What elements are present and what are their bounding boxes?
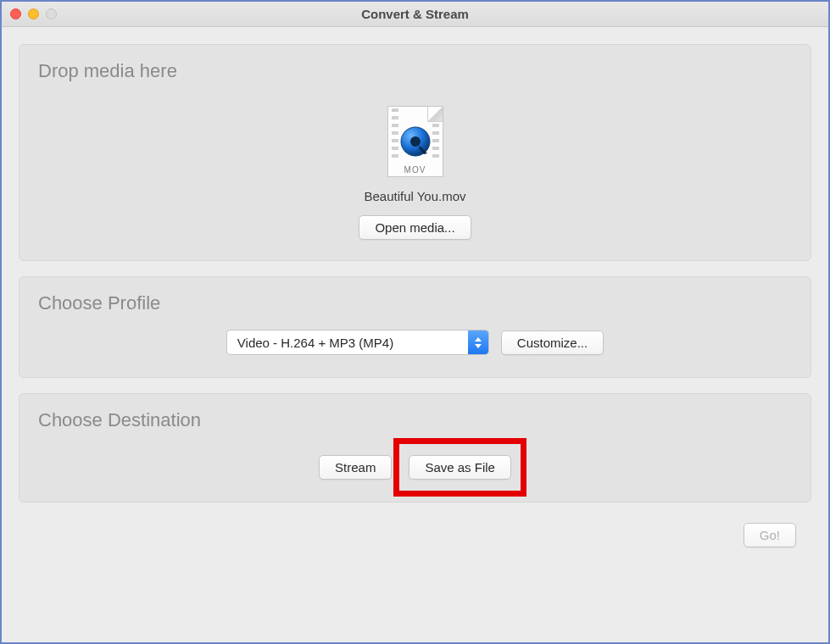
window-controls (10, 8, 57, 19)
profile-selected-value: Video - H.264 + MP3 (MP4) (237, 336, 393, 350)
choose-profile-heading: Choose Profile (38, 292, 792, 314)
window-title: Convert & Stream (2, 7, 828, 21)
open-media-button[interactable]: Open media... (359, 215, 471, 240)
drop-media-heading: Drop media here (38, 60, 792, 82)
quicktime-file-icon: MOV (387, 106, 443, 177)
content-area: Drop media here (2, 27, 828, 556)
go-button: Go! (744, 523, 796, 547)
choose-destination-panel: Choose Destination Stream Save as File (19, 393, 811, 502)
drop-area[interactable]: MOV Beautiful You.mov Open media... (38, 91, 792, 245)
stream-button[interactable]: Stream (319, 455, 392, 480)
svg-point-1 (410, 136, 421, 147)
file-format-label: MOV (388, 165, 443, 175)
close-window-button[interactable] (10, 8, 21, 19)
profile-select[interactable]: Video - H.264 + MP3 (MP4) (226, 330, 489, 355)
minimize-window-button[interactable] (28, 8, 39, 19)
drop-media-panel[interactable]: Drop media here (19, 44, 811, 261)
choose-destination-heading: Choose Destination (38, 409, 792, 431)
updown-stepper-icon[interactable] (468, 330, 488, 354)
titlebar: Convert & Stream (2, 2, 828, 27)
zoom-window-button (46, 8, 57, 19)
customize-button[interactable]: Customize... (501, 330, 604, 355)
choose-profile-panel: Choose Profile Video - H.264 + MP3 (MP4)… (19, 276, 811, 378)
media-filename: Beautiful You.mov (364, 189, 465, 203)
save-as-file-button[interactable]: Save as File (409, 455, 511, 480)
